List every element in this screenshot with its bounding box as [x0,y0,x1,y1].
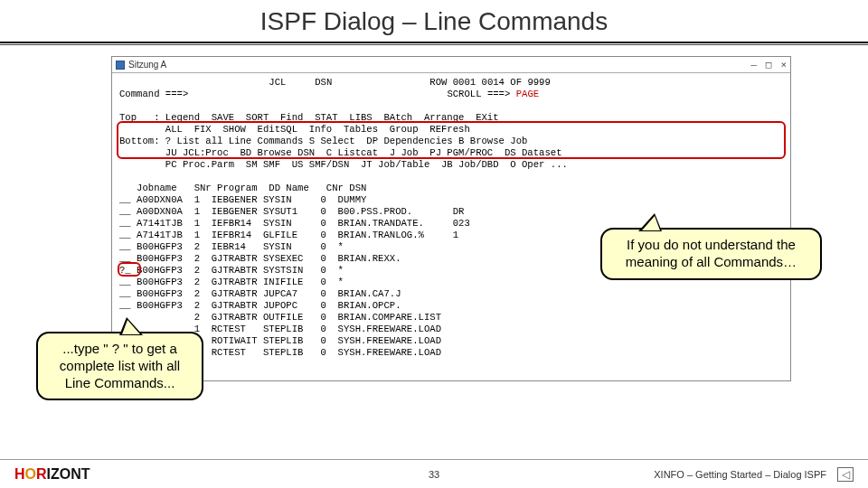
brand-logo: HORIZONT [14,466,90,483]
bottom-commands-3: PC Proc.Parm SM SMF US SMF/DSN JT Job/Ta… [119,159,568,170]
callout-bottom-text: ...type " ? " to get a complete list wit… [60,341,180,390]
prev-slide-button[interactable]: ◁ [837,467,854,482]
callout-bottom: ...type " ? " to get a complete list wit… [36,332,203,400]
brand-r: R [36,466,47,482]
footer-right-text: XINFO – Getting Started – Dialog ISPF [654,469,826,480]
brand-o: O [25,466,36,482]
bottom-commands-1: Bottom: ? List all Line Commands S Selec… [119,136,527,146]
bottom-commands-2: JU JCL:Proc BD Browse DSN C Listcat J Jo… [119,147,562,158]
callout-tail-icon [119,317,143,335]
callout-tail-icon [638,213,662,231]
hdr-jcl: JCL [269,77,286,88]
app-icon [116,61,125,70]
callout-right: If you do not understand the meaning of … [600,228,822,280]
minimize-button[interactable]: — [750,59,757,70]
column-headers: Jobname SNr Program DD Name CNr DSN [119,183,366,193]
command-prompt[interactable]: Command ===> [119,89,188,99]
brand-h: H [14,466,25,482]
window-controls: — □ × [750,59,787,70]
footer: HORIZONT 33 XINFO – Getting Started – Di… [0,459,868,488]
rule-top-thin [0,44,868,45]
hdr-dsn: DSN [315,77,332,88]
scroll-label: SCROLL ===> [447,89,510,99]
row-info: ROW 0001 0014 OF 9999 [429,77,551,88]
terminal-body: JCL DSN ROW 0001 0014 OF 9999 Command ==… [112,73,790,362]
close-button[interactable]: × [780,59,787,70]
rule-top [0,42,868,43]
page-number: 33 [429,469,439,480]
maximize-button[interactable]: □ [766,59,772,70]
callout-right-text: If you do not understand the meaning of … [626,237,797,269]
top-commands-2: ALL FIX SHOW EditSQL Info Tables Group R… [119,124,470,135]
window-session: Sitzung A [128,60,166,70]
top-commands-1: Top : Legend SAVE SORT Find STAT LIBS BA… [119,112,499,123]
window-titlebar: Sitzung A — □ × [112,57,790,73]
ispf-panel: Sitzung A — □ × JCL DSN ROW 0001 0014 OF… [111,56,791,381]
scroll-value[interactable]: PAGE [516,89,539,99]
page-title: ISPF Dialog – Line Commands [0,0,868,42]
brand-rest: IZONT [47,466,90,482]
